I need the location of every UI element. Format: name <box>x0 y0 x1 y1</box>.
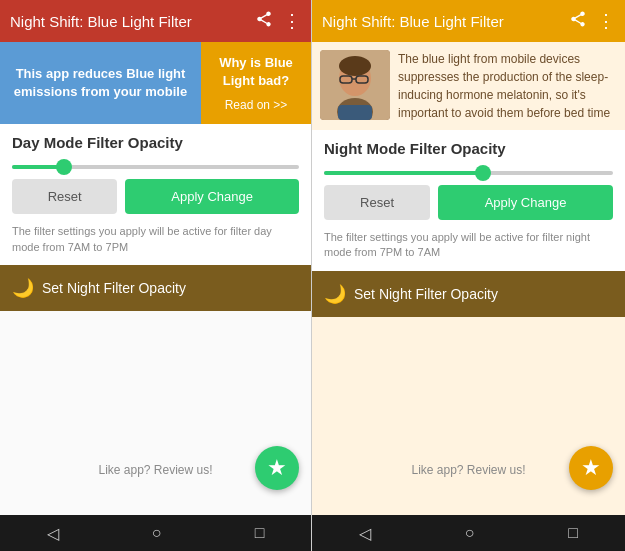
right-night-icons: 🌙 <box>324 283 346 305</box>
left-star-button[interactable]: ★ <box>255 446 299 490</box>
left-filter-title: Day Mode Filter Opacity <box>12 134 299 151</box>
right-filter-section: Night Mode Filter Opacity Reset Apply Ch… <box>312 130 625 271</box>
left-review-text: Like app? Review us! <box>98 463 212 477</box>
left-home-icon[interactable]: ○ <box>152 524 162 542</box>
right-night-bar[interactable]: 🌙 Set Night Filter Opacity <box>312 271 625 317</box>
right-slider-fill <box>324 171 483 175</box>
right-nav-bar: ◁ ○ □ <box>312 515 625 551</box>
left-screen: Night Shift: Blue Light Filter ⋮ This ap… <box>0 0 312 551</box>
left-button-row: Reset Apply Change <box>12 179 299 214</box>
left-night-bar[interactable]: 🌙 Set Night Filter Opacity <box>0 265 311 311</box>
right-top-bar-icons: ⋮ <box>569 10 615 33</box>
right-info-section: The blue light from mobile devices suppr… <box>312 42 625 130</box>
right-top-bar: Night Shift: Blue Light Filter ⋮ <box>312 0 625 42</box>
left-top-bar: Night Shift: Blue Light Filter ⋮ <box>0 0 311 42</box>
right-bottom-section: Like app? Review us! ★ <box>312 317 625 515</box>
right-apply-button[interactable]: Apply Change <box>438 185 613 220</box>
left-app-title: Night Shift: Blue Light Filter <box>10 13 255 30</box>
right-slider-container[interactable] <box>324 167 613 185</box>
left-star-icon: ★ <box>267 455 287 481</box>
left-night-bar-text: Set Night Filter Opacity <box>42 280 186 296</box>
right-home-icon[interactable]: ○ <box>465 524 475 542</box>
left-slider-track <box>12 165 299 169</box>
right-avatar <box>320 50 390 120</box>
right-slider-thumb[interactable] <box>475 165 491 181</box>
left-banner-orange[interactable]: Why is Blue Light bad? Read on >> <box>201 42 311 124</box>
left-slider-thumb[interactable] <box>56 159 72 175</box>
right-recent-icon[interactable]: □ <box>568 524 578 542</box>
left-nav-bar: ◁ ○ □ <box>0 515 311 551</box>
right-app-title: Night Shift: Blue Light Filter <box>322 13 569 30</box>
right-screen: Night Shift: Blue Light Filter ⋮ <box>312 0 625 551</box>
right-review-text: Like app? Review us! <box>411 463 525 477</box>
right-share-icon[interactable] <box>569 10 587 33</box>
left-night-icons: 🌙 <box>12 277 34 299</box>
right-filter-info: The filter settings you apply will be ac… <box>324 230 613 261</box>
left-banner-right-title: Why is Blue Light bad? <box>213 54 299 90</box>
left-reset-button[interactable]: Reset <box>12 179 117 214</box>
right-star-icon: ★ <box>581 455 601 481</box>
svg-rect-7 <box>338 105 372 120</box>
right-night-bar-text: Set Night Filter Opacity <box>354 286 498 302</box>
avatar-svg <box>320 50 390 120</box>
left-back-icon[interactable]: ◁ <box>47 524 59 543</box>
left-slider-container[interactable] <box>12 161 299 179</box>
right-info-text: The blue light from mobile devices suppr… <box>390 50 617 122</box>
left-menu-icon[interactable]: ⋮ <box>283 10 301 32</box>
left-banner-text: This app reduces Blue light emissions fr… <box>12 65 189 101</box>
left-read-on-link[interactable]: Read on >> <box>225 98 288 112</box>
right-button-row: Reset Apply Change <box>324 185 613 220</box>
left-bottom-section: Like app? Review us! ★ <box>0 311 311 515</box>
left-filter-info: The filter settings you apply will be ac… <box>12 224 299 255</box>
right-menu-icon[interactable]: ⋮ <box>597 10 615 32</box>
left-filter-section: Day Mode Filter Opacity Reset Apply Chan… <box>0 124 311 265</box>
left-top-bar-icons: ⋮ <box>255 10 301 33</box>
right-back-icon[interactable]: ◁ <box>359 524 371 543</box>
left-recent-icon[interactable]: □ <box>255 524 265 542</box>
svg-point-2 <box>339 56 371 76</box>
left-banner-blue: This app reduces Blue light emissions fr… <box>0 42 201 124</box>
left-banner: This app reduces Blue light emissions fr… <box>0 42 311 124</box>
right-filter-title: Night Mode Filter Opacity <box>324 140 613 157</box>
right-slider-track <box>324 171 613 175</box>
left-share-icon[interactable] <box>255 10 273 33</box>
right-reset-button[interactable]: Reset <box>324 185 430 220</box>
left-apply-button[interactable]: Apply Change <box>125 179 299 214</box>
right-star-button[interactable]: ★ <box>569 446 613 490</box>
